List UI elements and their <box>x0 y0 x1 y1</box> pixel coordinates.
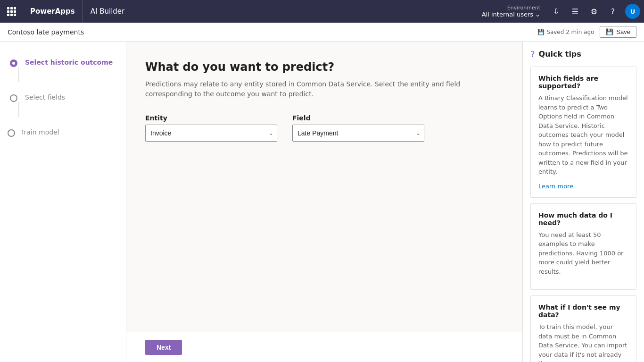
entity-field-row: Entity Invoice ⌄ Field Late Payment ⌄ <box>145 114 504 142</box>
tip-card-1: How much data do I need? You need at lea… <box>530 203 636 290</box>
chevron-down-icon: ⌄ <box>535 11 540 18</box>
user-avatar[interactable]: U <box>625 4 640 19</box>
tip-text-2: To train this model, your data must be i… <box>538 322 628 362</box>
entity-label: Entity <box>145 114 277 122</box>
learn-more-link-0[interactable]: Learn more <box>538 183 573 190</box>
saved-status: 💾 Saved 2 min ago <box>537 29 594 35</box>
step-indicator-3 <box>8 129 15 137</box>
waffle-button[interactable] <box>0 0 23 23</box>
waffle-icon <box>7 7 16 16</box>
footer-bar: Next <box>126 332 522 362</box>
field-label: Field <box>292 114 424 122</box>
sidebar-item-historic-outcome[interactable]: Select historic outcome <box>0 53 126 88</box>
content-area: What do you want to predict? Predictions… <box>126 42 522 362</box>
product-name: AI Builder <box>83 7 132 16</box>
field-select[interactable]: Late Payment <box>292 125 424 142</box>
save-button[interactable]: 💾 Save <box>600 26 636 38</box>
step-label-1: Select historic outcome <box>25 59 113 66</box>
quick-tips-panel: ? Quick tips Which fields are supported?… <box>522 42 644 362</box>
entity-select[interactable]: Invoice <box>145 125 277 142</box>
tip-card-0: Which fields are supported? A Binary Cla… <box>530 67 636 198</box>
environment-label: Environment <box>507 5 540 11</box>
step-connector-2 <box>18 102 19 117</box>
panel-header: ? Quick tips <box>530 49 636 59</box>
save-icon: 💾 <box>537 29 545 35</box>
tip-title-2: What if I don't see my data? <box>538 303 628 319</box>
step-indicator-1 <box>10 59 17 67</box>
tip-title-1: How much data do I need? <box>538 211 628 227</box>
main-layout: Select historic outcome Select fields Tr… <box>0 42 644 362</box>
topnav-actions: ⇩ ☰ ⚙ ? U <box>544 3 644 20</box>
entity-field: Entity Invoice ⌄ <box>145 114 277 142</box>
environment-selector[interactable]: Environment All internal users ⌄ <box>478 5 544 18</box>
notifications-button[interactable]: ☰ <box>567 3 584 20</box>
tip-card-2: What if I don't see my data? To train th… <box>530 295 636 362</box>
download-button[interactable]: ⇩ <box>548 3 565 20</box>
quick-tips-icon: ? <box>530 49 535 59</box>
settings-button[interactable]: ⚙ <box>586 3 603 20</box>
next-button[interactable]: Next <box>145 340 182 355</box>
help-button[interactable]: ? <box>604 3 621 20</box>
app-bar: Contoso late payments 💾 Saved 2 min ago … <box>0 23 644 42</box>
sidebar: Select historic outcome Select fields Tr… <box>0 42 126 362</box>
top-nav: PowerApps AI Builder Environment All int… <box>0 0 644 23</box>
brand-powerapps[interactable]: PowerApps <box>23 0 83 23</box>
entity-select-wrapper: Invoice ⌄ <box>145 125 277 142</box>
save-icon-btn: 💾 <box>606 28 613 35</box>
sidebar-item-select-fields[interactable]: Select fields <box>0 88 126 123</box>
environment-value: All internal users ⌄ <box>482 11 540 18</box>
field-field: Field Late Payment ⌄ <box>292 114 424 142</box>
step-connector-1 <box>18 67 19 82</box>
page-title: What do you want to predict? <box>145 60 504 74</box>
tip-title-0: Which fields are supported? <box>538 75 628 90</box>
sidebar-item-train-model[interactable]: Train model <box>0 123 126 143</box>
project-title: Contoso late payments <box>8 28 532 36</box>
step-indicator-2 <box>10 94 17 102</box>
step-label-3: Train model <box>21 128 59 136</box>
panel-title: Quick tips <box>539 50 581 59</box>
content-scroll: What do you want to predict? Predictions… <box>126 42 522 332</box>
tip-text-0: A Binary Classification model learns to … <box>538 93 628 177</box>
page-description: Predictions may relate to any entity sto… <box>145 79 475 99</box>
step-label-2: Select fields <box>25 93 65 101</box>
field-select-wrapper: Late Payment ⌄ <box>292 125 424 142</box>
tip-text-1: You need at least 50 examples to make pr… <box>538 230 628 277</box>
